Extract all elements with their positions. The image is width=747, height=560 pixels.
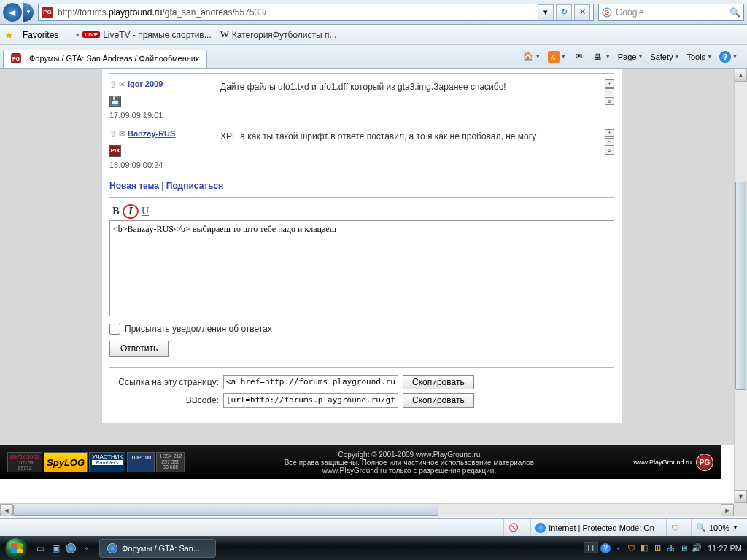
print-button[interactable]: 🖶▼ (590, 50, 613, 64)
spylog-badge[interactable]: SpyLOG (44, 452, 88, 472)
windows-taskbar: ▭ ▣ » Форумы / GTA: San... TT ? ‹ 🛡 ◧ ⊞ … (0, 536, 747, 560)
url-dropdown-icon[interactable]: ▾ (538, 4, 554, 20)
scroll-up-icon[interactable]: ▲ (735, 69, 747, 82)
topic-links: Новая тема | Подписаться (109, 172, 614, 197)
post-author-link[interactable]: Igor 2009 (128, 79, 163, 88)
tray-network-icon[interactable]: 🖧 (665, 542, 676, 553)
language-indicator[interactable]: TT (584, 542, 598, 553)
page-viewport: + − ≡ ⇧ ✉ Igor 2009 Дайте файлы ufo1.txd… (0, 69, 747, 516)
scroll-thumb[interactable] (13, 505, 438, 516)
tray-app-icon[interactable]: ◧ (639, 542, 650, 553)
security-zone[interactable]: Internet | Protected Mode: On (530, 519, 659, 536)
clock[interactable]: 11:27 PM (708, 544, 742, 553)
quick-launch: ▭ ▣ » (33, 540, 93, 556)
envelope-icon[interactable]: ✉ (119, 129, 125, 139)
reply-textarea[interactable] (109, 220, 614, 316)
rambler-badge[interactable]: УЧАСТНИК Rambler's (89, 452, 125, 472)
post-menu-icon[interactable]: ≡ (605, 97, 614, 105)
ie-quick-launch[interactable] (63, 540, 78, 556)
bold-button[interactable]: B (109, 205, 123, 218)
tray-updates-icon[interactable]: ⊞ (652, 542, 663, 553)
forum-post: + − ≡ ⇧ ✉ Igor 2009 Дайте файлы ufo1.txd… (109, 73, 614, 122)
show-desktop-icon[interactable]: ▭ (33, 540, 47, 556)
post-date: 17.09.09 19:01 (109, 111, 614, 120)
refresh-button[interactable]: ↻ (556, 4, 572, 20)
bbcode-label: BBcode: (109, 395, 219, 405)
share-section: Ссылка на эту страницу: Скопировать BBco… (109, 367, 614, 408)
top100-badge[interactable]: TOP 100 (127, 452, 155, 472)
subscribe-link[interactable]: Подписаться (166, 181, 223, 191)
home-icon: 🏠 (522, 51, 534, 63)
expand-icon[interactable]: + (605, 129, 614, 137)
post-author-link[interactable]: Banzay-RUS (128, 129, 175, 138)
scroll-thumb[interactable] (735, 182, 746, 390)
italic-button[interactable]: I (124, 205, 137, 218)
scroll-left-icon[interactable]: ◄ (0, 504, 13, 516)
favorite-wiki[interactable]: W КатегорияФутболисты п... (220, 29, 337, 40)
feeds-button[interactable]: ⟑▼ (546, 50, 568, 64)
scroll-corner (734, 503, 747, 516)
protected-mode-icon[interactable]: 🛡 (666, 519, 684, 536)
address-bar[interactable]: PG http://forums.playground.ru/gta_san_a… (38, 4, 594, 21)
wikipedia-icon: W (220, 29, 229, 40)
tray-shield-icon[interactable]: 🛡 (626, 542, 637, 553)
start-button[interactable] (2, 536, 30, 560)
collapse-icon[interactable]: − (605, 88, 614, 96)
favorites-label[interactable]: Favorites (23, 30, 58, 40)
post-menu-icon[interactable]: ≡ (605, 147, 614, 155)
post-date: 18.09.09 00:24 (109, 160, 614, 169)
counter-liveinternet[interactable]: 867163562 162109 29712 (7, 452, 42, 472)
page-link-input[interactable] (223, 375, 398, 389)
back-button[interactable]: ◄ (3, 3, 22, 22)
arrow-up-icon[interactable]: ⇧ (109, 79, 117, 90)
vertical-scrollbar[interactable]: ▲ ▼ (734, 69, 747, 503)
live-badge-icon: LIVE (82, 31, 100, 38)
popup-blocked-indicator[interactable]: 🚫 (503, 519, 523, 536)
collapse-icon[interactable]: − (605, 138, 614, 146)
taskbar-app-button[interactable]: Форумы / GTA: San... (99, 539, 216, 558)
horizontal-scrollbar[interactable]: ◄ ► (0, 503, 734, 516)
copy-link-button[interactable]: Скопировать (403, 375, 474, 389)
envelope-icon[interactable]: ✉ (119, 79, 125, 89)
search-bar[interactable]: G Google 🔍 (598, 4, 744, 21)
switch-windows-icon[interactable]: ▣ (48, 540, 63, 556)
bbcode-input[interactable] (223, 393, 398, 408)
read-mail-button[interactable]: ✉ (571, 50, 587, 64)
tray-volume-icon[interactable]: 🔊 (692, 542, 703, 553)
favorite-livetv[interactable]: ▾ LIVE LiveTV - прямые спортив... (76, 30, 211, 40)
mail-icon: ✉ (573, 51, 585, 63)
reply-submit-button[interactable]: Ответить (109, 341, 169, 357)
metrika-badge[interactable]: 1 394 212 237 358 30 605 (156, 452, 185, 472)
tray-help-icon[interactable]: ? (600, 543, 611, 553)
arrow-up-icon[interactable]: ⇧ (109, 129, 117, 139)
google-icon: G (602, 7, 612, 18)
underline-button[interactable]: U (139, 205, 152, 218)
scroll-down-icon[interactable]: ▼ (735, 490, 747, 503)
zoom-control[interactable]: 🔍 100% ▼ (691, 519, 743, 536)
post-message: XPE а как ты такой шрифт в ответе постав… (220, 131, 614, 143)
page-footer: 867163562 162109 29712 SpyLOG УЧАСТНИК R… (0, 445, 721, 479)
nav-history-dropdown[interactable]: ▼ (23, 3, 34, 22)
safety-menu[interactable]: Safety▼ (648, 51, 681, 63)
forum-content: + − ≡ ⇧ ✉ Igor 2009 Дайте файлы ufo1.txd… (102, 69, 622, 423)
new-topic-link[interactable]: Новая тема (109, 181, 159, 191)
search-go-icon[interactable]: 🔍 (729, 7, 740, 18)
annotation-circle (122, 203, 140, 219)
help-button[interactable]: ?▼ (717, 50, 740, 64)
tray-chevron-icon[interactable]: ‹ (613, 542, 624, 553)
tray-network2-icon[interactable]: 🖥 (678, 542, 689, 553)
tools-menu[interactable]: Tools▼ (684, 51, 714, 63)
quick-launch-chevron[interactable]: » (79, 540, 93, 556)
favorites-star-icon[interactable]: ★ (4, 29, 14, 41)
scroll-right-icon[interactable]: ► (721, 504, 734, 516)
copy-bbcode-button[interactable]: Скопировать (403, 393, 474, 408)
expand-icon[interactable]: + (605, 79, 614, 88)
notify-checkbox[interactable] (109, 324, 120, 335)
active-tab[interactable]: PG Форумы / GTA: San Andreas / Файлообме… (3, 50, 207, 68)
page-menu[interactable]: Page▼ (616, 51, 646, 63)
reply-form: B I U Присылать уведомления об ответах О… (109, 197, 614, 357)
home-button[interactable]: 🏠▼ (520, 50, 543, 64)
disk-icon: 💾 (109, 96, 121, 107)
tab-command-bar: PG Форумы / GTA: San Andreas / Файлообме… (0, 45, 747, 69)
stop-button[interactable]: ✕ (574, 4, 590, 20)
